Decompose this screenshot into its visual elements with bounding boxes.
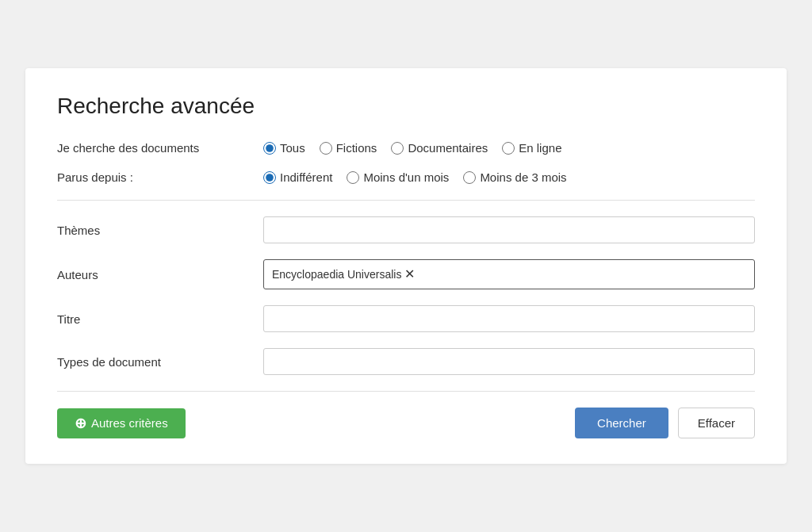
themes-label: Thèmes <box>57 224 263 237</box>
divider-1 <box>57 200 755 201</box>
search-button[interactable]: Chercher <box>575 408 668 438</box>
document-type-label: Je cherche des documents <box>57 141 263 155</box>
divider-2 <box>57 391 755 392</box>
add-criteria-button[interactable]: ⊕ Autres critères <box>57 408 186 438</box>
radio-indifferent-input[interactable] <box>263 171 276 184</box>
action-buttons: Chercher Effacer <box>575 408 755 438</box>
radio-moins-un-mois-input[interactable] <box>347 171 359 184</box>
radio-tous-label: Tous <box>280 141 305 155</box>
themes-input[interactable] <box>263 216 755 243</box>
radio-moins-3-mois-label: Moins de 3 mois <box>480 170 566 184</box>
radio-tous-input[interactable] <box>263 142 276 155</box>
document-types-row: Types de document <box>57 348 755 375</box>
radio-indifferent-label: Indifférent <box>280 170 332 184</box>
radio-documentaires-input[interactable] <box>391 142 404 155</box>
published-since-row: Parus depuis : Indifférent Moins d'un mo… <box>57 170 755 184</box>
radio-documentaires[interactable]: Documentaires <box>391 141 488 155</box>
add-criteria-label: Autres critères <box>91 416 168 430</box>
themes-row: Thèmes <box>57 216 755 243</box>
radio-moins-un-mois[interactable]: Moins d'un mois <box>347 170 449 184</box>
published-since-options: Indifférent Moins d'un mois Moins de 3 m… <box>263 170 755 184</box>
document-types-label: Types de document <box>57 355 263 369</box>
document-types-input[interactable] <box>263 348 755 375</box>
footer-row: ⊕ Autres critères Chercher Effacer <box>57 408 755 438</box>
radio-moins-un-mois-label: Moins d'un mois <box>363 170 449 184</box>
radio-tous[interactable]: Tous <box>263 141 305 155</box>
authors-label: Auteurs <box>57 268 263 281</box>
themes-control <box>263 216 755 243</box>
author-tag: Encyclopaedia Universalis ✕ <box>272 268 415 281</box>
radio-documentaires-label: Documentaires <box>408 141 488 155</box>
author-tag-remove-icon[interactable]: ✕ <box>404 268 415 281</box>
clear-button[interactable]: Effacer <box>678 408 755 438</box>
radio-en-ligne-label: En ligne <box>519 141 561 155</box>
authors-tag-input[interactable]: Encyclopaedia Universalis ✕ <box>263 259 755 289</box>
radio-en-ligne-input[interactable] <box>502 142 515 155</box>
authors-row: Auteurs Encyclopaedia Universalis ✕ <box>57 259 755 289</box>
radio-fictions-label: Fictions <box>336 141 377 155</box>
radio-fictions[interactable]: Fictions <box>320 141 377 155</box>
radio-fictions-input[interactable] <box>320 142 332 155</box>
title-input[interactable] <box>263 305 755 332</box>
page-title: Recherche avancée <box>57 94 755 119</box>
document-type-options: Tous Fictions Documentaires En ligne <box>263 141 755 155</box>
title-label: Titre <box>57 312 263 326</box>
plus-icon: ⊕ <box>75 416 86 431</box>
radio-moins-3-mois[interactable]: Moins de 3 mois <box>463 170 566 184</box>
radio-en-ligne[interactable]: En ligne <box>502 141 561 155</box>
radio-indifferent[interactable]: Indifférent <box>263 170 332 184</box>
author-tag-text: Encyclopaedia Universalis <box>272 268 401 281</box>
radio-moins-3-mois-input[interactable] <box>463 171 476 184</box>
title-control <box>263 305 755 332</box>
document-type-row: Je cherche des documents Tous Fictions D… <box>57 141 755 155</box>
published-since-label: Parus depuis : <box>57 170 263 184</box>
document-types-control <box>263 348 755 375</box>
title-row: Titre <box>57 305 755 332</box>
authors-control: Encyclopaedia Universalis ✕ <box>263 259 755 289</box>
search-form-card: Recherche avancée Je cherche des documen… <box>25 68 787 464</box>
